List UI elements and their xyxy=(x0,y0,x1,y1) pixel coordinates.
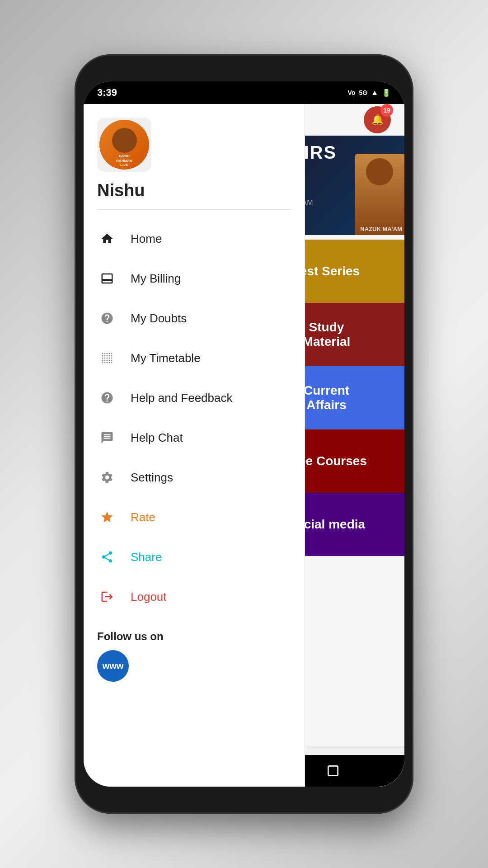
phone-frame: 3:39 Vo 5G ▲ 🔋 🔔 19 xyxy=(75,54,413,814)
status-notch xyxy=(201,87,264,98)
helpfeedback-label: Help and Feedback xyxy=(131,391,232,405)
menu-item-share[interactable]: Share xyxy=(84,537,305,577)
follow-section: Follow us on www xyxy=(84,626,305,691)
signal-icon: ▲ xyxy=(371,89,378,97)
settings-icon xyxy=(97,467,117,487)
network-icon: Vo xyxy=(348,89,356,96)
doubts-label: My Doubts xyxy=(131,311,187,326)
battery-icon: 🔋 xyxy=(382,89,391,97)
header-divider xyxy=(97,209,291,210)
phone-screen: 3:39 Vo 5G ▲ 🔋 🔔 19 xyxy=(84,81,404,787)
menu-item-timetable[interactable]: My Timetable xyxy=(84,338,305,378)
share-label: Share xyxy=(131,550,162,564)
recents-button[interactable] xyxy=(322,760,344,782)
billing-icon xyxy=(97,269,117,288)
study-material-label: StudyMaterial xyxy=(303,320,351,349)
status-time: 3:39 xyxy=(97,87,117,99)
helpchat-icon xyxy=(97,428,117,448)
timetable-label: My Timetable xyxy=(131,351,201,365)
menu-item-settings[interactable]: Settings xyxy=(84,458,305,497)
share-icon xyxy=(97,547,117,567)
drawer-header: GURURAHMANLIVE Nishu xyxy=(84,104,305,219)
rate-label: Rate xyxy=(131,510,155,524)
menu-item-helpfeedback[interactable]: Help and Feedback xyxy=(84,378,305,418)
avatar: GURURAHMANLIVE xyxy=(99,120,149,170)
home-icon xyxy=(97,229,117,249)
menu-list: Home My Billing xyxy=(84,219,305,626)
menu-item-logout[interactable]: Logout xyxy=(84,577,305,617)
logout-label: Logout xyxy=(131,590,167,604)
avatar-container: GURURAHMANLIVE xyxy=(97,118,151,172)
rate-icon xyxy=(97,507,117,527)
menu-item-doubts[interactable]: My Doubts xyxy=(84,298,305,338)
svg-rect-1 xyxy=(328,766,338,775)
settings-label: Settings xyxy=(131,471,173,485)
current-affairs-label: CurrentAffairs xyxy=(304,383,349,412)
banner-person xyxy=(355,154,404,235)
menu-item-helpchat[interactable]: Help Chat xyxy=(84,418,305,458)
status-icons: Vo 5G ▲ 🔋 xyxy=(348,89,391,97)
menu-item-billing[interactable]: My Billing xyxy=(84,259,305,298)
logout-icon xyxy=(97,587,117,607)
menu-item-rate[interactable]: Rate xyxy=(84,497,305,537)
timetable-icon xyxy=(97,348,117,368)
help-icon xyxy=(97,388,117,408)
follow-title: Follow us on xyxy=(97,630,291,643)
5g-icon: 5G xyxy=(359,89,367,96)
bell-icon: 🔔 xyxy=(371,114,384,126)
billing-label: My Billing xyxy=(131,272,181,286)
home-label: Home xyxy=(131,232,162,246)
helpchat-label: Help Chat xyxy=(131,431,183,445)
menu-item-home[interactable]: Home xyxy=(84,219,305,259)
doubts-icon xyxy=(97,308,117,328)
status-bar: 3:39 Vo 5G ▲ 🔋 xyxy=(84,81,404,104)
navigation-drawer: GURURAHMANLIVE Nishu xyxy=(84,104,305,787)
user-name: Nishu xyxy=(97,181,291,200)
notification-count: 19 xyxy=(380,104,393,117)
website-icon[interactable]: www xyxy=(97,650,129,682)
presenter-label: NAZUK MA'AM xyxy=(360,226,402,232)
main-content: 🔔 19 AFFAIRS रीज़ IES ROGA, SSC, XAM xyxy=(84,104,404,787)
notification-bell[interactable]: 🔔 19 xyxy=(364,106,391,133)
www-text: www xyxy=(103,661,124,671)
